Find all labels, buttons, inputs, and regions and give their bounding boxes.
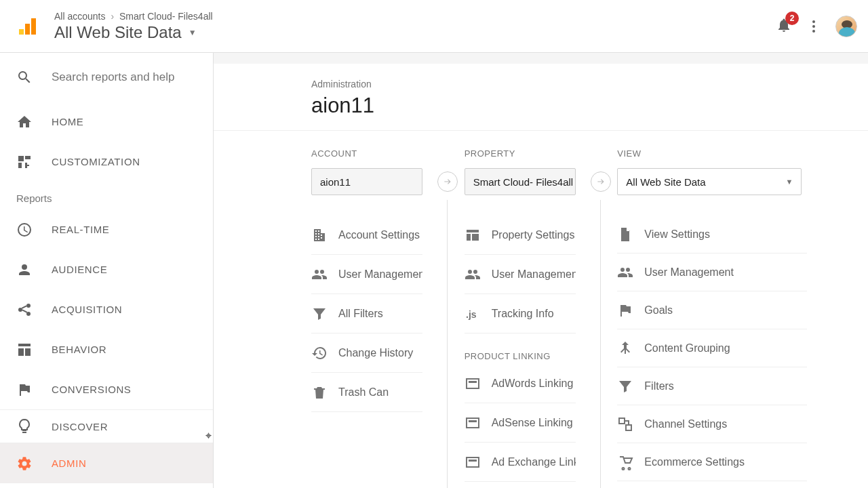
svg-rect-0 [19,29,24,35]
card-icon [465,454,481,470]
view-user-mgmt-link[interactable]: User Management [617,253,807,291]
account-column: ACCOUNT aion11 Account Settings User Man… [311,148,465,482]
svg-rect-19 [469,420,477,422]
arrow-right-circle-icon [443,177,452,186]
svg-point-11 [26,312,31,316]
tracking-info-link[interactable]: .jsTracking Info [465,294,576,333]
admin-header: Administration aion11 [214,64,868,131]
svg-rect-22 [619,418,625,424]
content-grouping-link[interactable]: Content Grouping [617,329,807,367]
svg-rect-7 [25,156,31,159]
building-icon [311,227,328,243]
search-row[interactable] [0,53,213,102]
svg-rect-1 [25,24,30,35]
breadcrumb-leaf[interactable]: Smart Cloud- Files4all [119,11,213,22]
svg-rect-17 [469,381,477,383]
property-user-mgmt-link[interactable]: User Management [465,255,576,294]
view-label: VIEW [617,148,807,159]
view-selector-title: All Web Site Data [54,23,182,42]
search-input[interactable] [52,70,197,84]
admin-title: aion11 [311,94,770,118]
change-history-link[interactable]: Change History [311,333,422,373]
svg-point-3 [812,20,815,23]
nav-home[interactable]: HOME [0,102,213,142]
svg-rect-6 [18,156,24,161]
property-column: PROPERTY Smart Cloud- Files4all Property… [465,148,618,482]
people-icon [465,266,481,283]
nav-realtime[interactable]: REAL-TIME [0,209,213,249]
divider-line [447,200,448,488]
property-arrow-button[interactable] [591,171,611,192]
card-icon [465,375,481,392]
goals-link[interactable]: Goals [617,291,807,329]
chevron-right-icon: › [111,11,114,22]
view-filters-link[interactable]: Filters [617,367,807,405]
property-selector[interactable]: Smart Cloud- Files4all [465,168,576,195]
history-icon [311,345,328,361]
view-selector[interactable]: All Web Site Data ▼ [54,23,776,42]
analytics-logo [16,16,38,37]
svg-rect-8 [18,163,22,168]
more-vert-icon[interactable] [806,18,822,35]
lightbulb-icon [16,418,33,434]
divider-line [600,200,601,488]
notifications-button[interactable]: 2 [776,17,792,36]
svg-point-9 [18,308,22,312]
gear-icon [16,455,33,472]
trash-icon [311,384,328,401]
view-settings-link[interactable]: View Settings [617,216,807,253]
nav-conversions[interactable]: CONVERSIONS [0,369,213,409]
main-panel: Administration aion11 ACCOUNT aion11 Acc… [214,53,868,488]
account-selector[interactable]: aion11 [311,168,422,195]
file-icon [617,226,633,243]
svg-rect-20 [467,458,479,467]
adexchange-linking-link[interactable]: Ad Exchange Linking [465,443,576,482]
sidebar: HOME CUSTOMIZATION Reports REAL-TIME AUD… [0,53,214,488]
svg-text:.js: .js [466,309,477,320]
layout-icon [465,227,481,243]
channels-icon [617,416,633,432]
nav-audience[interactable]: AUDIENCE [0,249,213,289]
person-icon [16,262,33,278]
share-icon [16,302,33,318]
svg-rect-14 [25,348,31,356]
view-selector-dropdown[interactable]: All Web Site Data▼ [617,168,802,195]
account-label: ACCOUNT [311,148,443,159]
nav-customization[interactable]: CUSTOMIZATION [0,142,213,182]
svg-point-5 [812,30,815,33]
svg-rect-23 [626,425,631,430]
admin-subtitle: Administration [311,79,770,89]
svg-rect-18 [467,418,479,428]
arrow-right-circle-icon [596,177,606,186]
adwords-linking-link[interactable]: AdWords Linking [465,364,576,403]
funnel-icon [311,306,328,322]
property-label: PROPERTY [465,148,596,159]
nav-admin[interactable]: ADMIN [0,443,213,483]
avatar[interactable] [835,16,857,37]
merge-icon [617,340,633,357]
caret-down-icon: ▼ [189,28,197,37]
people-icon [311,266,328,283]
adsense-linking-link[interactable]: AdSense Linking [465,403,576,443]
home-icon [16,114,33,130]
svg-point-10 [26,304,31,308]
channel-settings-link[interactable]: Channel Settings [617,405,807,443]
account-user-mgmt-link[interactable]: User Management [311,255,422,294]
account-settings-link[interactable]: Account Settings [311,216,422,255]
account-arrow-button[interactable] [437,171,458,192]
svg-point-4 [812,25,815,28]
nav-acquisition[interactable]: ACQUISITION [0,289,213,329]
ecommerce-settings-link[interactable]: Ecommerce Settings [617,443,807,481]
breadcrumb[interactable]: All accounts › Smart Cloud- Files4all [54,11,776,22]
breadcrumb-root[interactable]: All accounts [54,11,105,22]
search-icon [16,69,33,85]
property-settings-link[interactable]: Property Settings [465,216,576,255]
funnel-icon [617,378,633,394]
nav-discover[interactable]: DISCOVER [0,410,213,443]
view-column: VIEW All Web Site Data▼ View Settings Us… [617,148,829,482]
trash-can-link[interactable]: Trash Can [311,373,422,412]
nav-behavior[interactable]: BEHAVIOR [0,329,213,369]
svg-rect-2 [31,18,36,35]
clock-icon [16,222,33,238]
all-filters-link[interactable]: All Filters [311,294,422,333]
